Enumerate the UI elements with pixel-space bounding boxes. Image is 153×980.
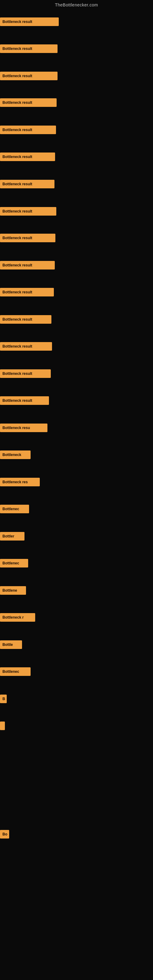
bottleneck-item-23[interactable]: Bottleneck r	[0, 613, 35, 622]
bottleneck-item-6[interactable]: Bottleneck result	[0, 153, 55, 161]
bottleneck-item-26[interactable]: B	[0, 695, 7, 703]
bottleneck-item-13[interactable]: Bottleneck result	[0, 342, 52, 351]
bottleneck-item-16[interactable]: Bottleneck resu	[0, 423, 48, 432]
bottleneck-item-4[interactable]: Bottleneck result	[0, 98, 57, 107]
bottleneck-item-25[interactable]: Bottlenec	[0, 667, 30, 676]
bottleneck-item-2[interactable]: Bottleneck result	[0, 45, 57, 53]
bottleneck-item-19[interactable]: Bottlenec	[0, 505, 29, 513]
bottleneck-item-9[interactable]: Bottleneck result	[0, 234, 56, 242]
bottleneck-item-1[interactable]: Bottleneck result	[0, 18, 59, 26]
bottleneck-item-12[interactable]: Bottleneck result	[0, 315, 51, 324]
bottleneck-item-21[interactable]: Bottlenec	[0, 559, 28, 568]
bottleneck-item-17[interactable]: Bottleneck	[0, 450, 30, 459]
bottleneck-item-14[interactable]: Bottleneck result	[0, 369, 51, 378]
bottleneck-item-15[interactable]: Bottleneck result	[0, 396, 49, 405]
bottleneck-item-5[interactable]: Bottleneck result	[0, 126, 56, 134]
bottleneck-item-18[interactable]: Bottleneck res	[0, 478, 40, 486]
bottleneck-item-20[interactable]: Bottler	[0, 532, 24, 541]
bottleneck-item-28[interactable]: Bo	[0, 830, 9, 838]
bottleneck-item-11[interactable]: Bottleneck result	[0, 288, 54, 296]
bottleneck-item-8[interactable]: Bottleneck result	[0, 207, 56, 216]
bottleneck-item-3[interactable]: Bottleneck result	[0, 72, 57, 80]
bottleneck-item-24[interactable]: Bottle	[0, 640, 22, 649]
bottleneck-item-7[interactable]: Bottleneck result	[0, 180, 54, 188]
bottleneck-item-22[interactable]: Bottlene	[0, 586, 26, 595]
site-title: TheBottlenecker.com	[0, 0, 153, 9]
bottleneck-item-10[interactable]: Bottleneck result	[0, 261, 55, 269]
bottleneck-item-27[interactable]	[0, 722, 5, 730]
